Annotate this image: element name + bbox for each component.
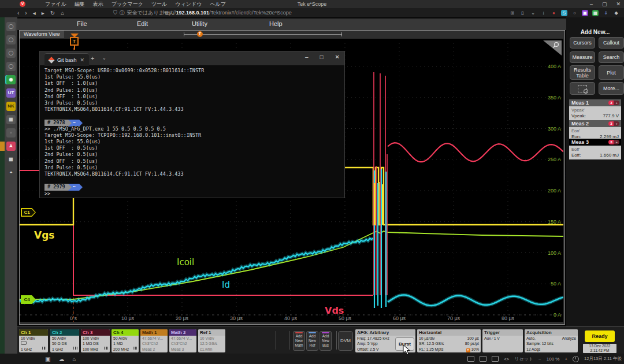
menu-2[interactable]: 表示: [93, 1, 103, 8]
channel-marker-c4[interactable]: C4: [21, 295, 36, 304]
reset-button[interactable]: リセット: [514, 356, 533, 362]
window-grid-icon[interactable]: ▣: [45, 356, 50, 362]
ext-blue-icon[interactable]: ⇓: [603, 10, 609, 16]
menu-0[interactable]: ファイル: [45, 1, 66, 8]
qr-icon[interactable]: ▦: [6, 115, 16, 124]
bookmark-icon[interactable]: ▯: [519, 10, 526, 16]
channel-marker-c1[interactable]: C1: [21, 208, 36, 217]
tab-close-icon[interactable]: ✕: [80, 57, 85, 63]
panel-nk-icon[interactable]: NK: [6, 102, 16, 111]
minimize-icon[interactable]: –: [590, 1, 593, 7]
badge-math1[interactable]: Math 147.6674 V...Ch3*Ch2Meas 2: [140, 329, 168, 352]
menu-6[interactable]: ヘルプ: [210, 1, 226, 8]
forward-icon[interactable]: ›: [25, 10, 27, 16]
terminal-titlebar[interactable]: Git bash ✕ + ⌄ –□✕: [40, 51, 344, 65]
menu-5[interactable]: ウィンドウ: [175, 1, 202, 8]
home-icon[interactable]: ⌂: [72, 356, 76, 362]
terminal-close-icon[interactable]: ✕: [335, 54, 340, 60]
meas-badge-2[interactable]: Meas 23+Eon'Eon:2.299 mJ: [569, 120, 621, 141]
rewind-icon[interactable]: ◂: [33, 10, 36, 16]
panel-doc-icon[interactable]: ▫: [6, 128, 16, 138]
window-icon[interactable]: [480, 356, 486, 362]
add-cursors-button[interactable]: Cursors: [570, 37, 595, 49]
menu-1[interactable]: 編集: [75, 1, 85, 8]
web-panel-icon-1[interactable]: ◯: [6, 22, 16, 31]
home-icon[interactable]: ⌂: [61, 10, 64, 16]
new-tab-button[interactable]: +: [91, 55, 94, 62]
badge-ref1[interactable]: Ref 110 V/div12.5 GS/sc1.wfm: [198, 329, 225, 352]
add-panel-icon[interactable]: +: [6, 168, 16, 177]
terminal-output[interactable]: Target MSO-Scope: USB0::0x0699::0x0528::…: [44, 68, 342, 196]
add-results-table-button[interactable]: Results Table: [570, 65, 595, 80]
dvm-button[interactable]: DVM: [338, 331, 353, 351]
scope-menu-help[interactable]: Help: [269, 20, 283, 27]
ext-red-icon[interactable]: ●: [551, 10, 557, 16]
terminal-maximize-icon[interactable]: □: [320, 54, 324, 60]
terminal-tab[interactable]: Git bash ✕: [44, 53, 89, 66]
web-panel-icon-2[interactable]: ◯: [6, 35, 16, 44]
reload-icon[interactable]: ↻: [50, 10, 55, 16]
meas-add-icon[interactable]: +: [614, 121, 619, 126]
trigger-position-marker[interactable]: T: [197, 31, 203, 37]
terminal-minimize-icon[interactable]: –: [305, 54, 309, 60]
badge-ch1[interactable]: Ch 110 V/div1 GHz: [19, 329, 48, 352]
web-panel-icon-3[interactable]: ◯: [6, 49, 16, 58]
download-icon[interactable]: ↓: [540, 10, 547, 16]
trigger-badge[interactable]: TriggerAux ∕ 1 V: [482, 329, 523, 352]
close-icon[interactable]: ✕: [616, 1, 621, 7]
add-new-math-button[interactable]: AddNewMath: [293, 331, 305, 351]
extensions-puzzle-icon[interactable]: ◆: [613, 10, 619, 16]
scope-menu-file[interactable]: File: [77, 20, 87, 27]
badge-ch4[interactable]: Ch 450 A/div1 MΩ200 MHz: [112, 329, 139, 352]
add-callout-button[interactable]: Callout: [599, 37, 624, 49]
add-measure-button[interactable]: Measure: [570, 51, 595, 63]
badge-math2[interactable]: Math 247.6674 V...Ch3*Ch2Meas 3: [169, 329, 196, 352]
zoom-in-button[interactable]: +: [564, 356, 567, 362]
badge-ch2[interactable]: Ch 250 A/div50 Ω DS1 GHz: [50, 329, 79, 352]
menu-3[interactable]: ブックマーク: [112, 1, 143, 8]
zoom-out-button[interactable]: −: [538, 356, 541, 362]
add-plot-button[interactable]: Plot: [599, 65, 624, 80]
ext-purple-icon[interactable]: ▣: [582, 10, 588, 16]
add-search-button[interactable]: Search: [599, 51, 624, 63]
zoom-level[interactable]: 100 %: [547, 356, 560, 362]
tab-dropdown-icon[interactable]: ⌄: [102, 55, 106, 61]
web-panel-icon-4[interactable]: ◯: [6, 62, 16, 71]
address-bar[interactable]: http://192.168.0.101/Tektronix#/client/c…: [163, 8, 292, 17]
tiles-icon[interactable]: ⊞: [509, 10, 515, 16]
panel-a-icon[interactable]: A: [6, 142, 16, 151]
meas-badge-1[interactable]: Meas 13+Vpeak'Vpeak:777.9 V: [569, 99, 621, 120]
ext-teal-icon[interactable]: S: [561, 10, 567, 16]
horizontal-position-strip[interactable]: T: [184, 32, 342, 36]
meas-badge-3[interactable]: Meas 33+Eoff'Eoff:1.660 mJ: [569, 139, 621, 159]
meas-add-icon[interactable]: +: [614, 101, 619, 105]
screenshot-icon[interactable]: [467, 356, 474, 362]
trigger-flag-icon[interactable]: T: [69, 34, 79, 51]
meas-add-icon[interactable]: +: [614, 140, 619, 144]
maximize-icon[interactable]: ▢: [602, 1, 607, 7]
waveform-view-tab[interactable]: Waveform View: [20, 31, 64, 38]
scope-menu-edit[interactable]: Edit: [137, 20, 148, 27]
panel-ut-icon[interactable]: UT: [6, 88, 16, 98]
add-new-bus-button[interactable]: AddNewBus: [320, 331, 332, 351]
fast-forward-icon[interactable]: ▸: [42, 10, 44, 16]
browser-logo-icon[interactable]: V: [20, 1, 25, 7]
menu-4[interactable]: ツール: [151, 1, 167, 8]
badge-ch3[interactable]: Ch 3100 V/div1 MΩ DS100 MHz: [81, 329, 110, 352]
active-panel-icon[interactable]: ◉: [6, 75, 16, 84]
grid-dots-icon[interactable]: ▩: [6, 155, 16, 164]
chevron-down-icon[interactable]: ⌄: [530, 10, 536, 16]
ext-green-icon[interactable]: ▦: [592, 10, 599, 16]
add-new-ref-button[interactable]: AddNewRef: [306, 331, 318, 351]
cloud-icon[interactable]: ☁: [58, 356, 64, 362]
code-icon[interactable]: <>: [504, 356, 509, 362]
acquisition-badge[interactable]: AcquisitionAuto,AnalyzeSample: 12 bits12…: [525, 329, 578, 352]
scope-menu-utility[interactable]: Utility: [192, 20, 207, 27]
more-button[interactable]: More...: [599, 82, 624, 95]
horizontal-badge[interactable]: Horizontal10 µs/div100 µsSR: 12.5 GS/s80…: [417, 329, 481, 352]
image-icon[interactable]: [492, 356, 499, 362]
zoom-select-icon[interactable]: [570, 82, 595, 95]
back-icon[interactable]: ‹: [17, 10, 19, 16]
terminal-window[interactable]: Git bash ✕ + ⌄ –□✕ Target MSO-Scope: USB…: [39, 51, 345, 198]
taskbar-clock[interactable]: 12月13日 2:11 午後: [584, 356, 622, 362]
